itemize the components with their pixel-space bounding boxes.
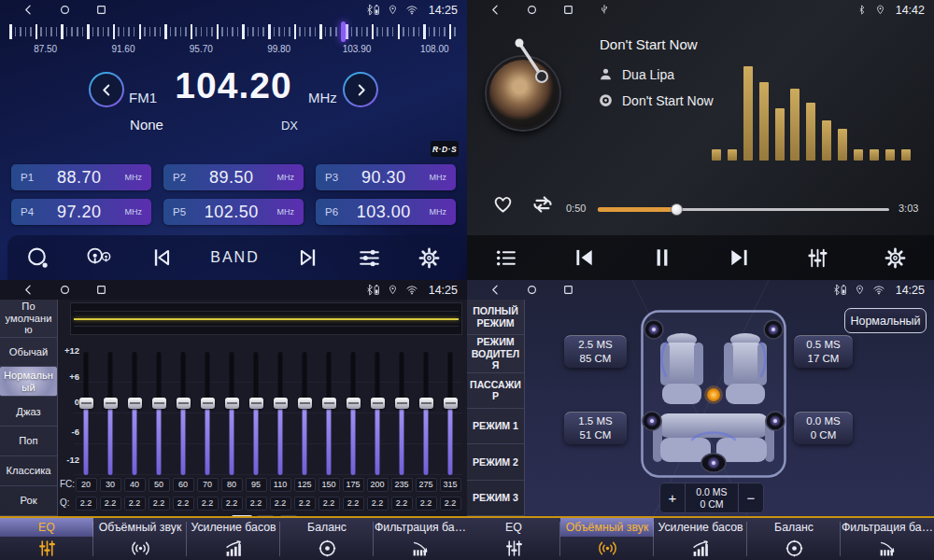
- eq-preset-item[interactable]: Рок: [0, 486, 57, 516]
- recents-icon[interactable]: [562, 4, 574, 16]
- pause-icon[interactable]: [650, 245, 674, 270]
- fc-value[interactable]: 20: [76, 478, 97, 492]
- eq-preset-item[interactable]: Классика: [0, 456, 57, 486]
- q-value[interactable]: 2.2: [318, 497, 340, 511]
- back-icon[interactable]: [22, 4, 35, 16]
- slider-handle[interactable]: [249, 398, 263, 409]
- recents-icon[interactable]: [95, 284, 107, 296]
- fc-value[interactable]: 175: [343, 478, 364, 492]
- eq-band-slider[interactable]: [244, 352, 268, 475]
- listening-mode-item[interactable]: РЕЖИМ 2: [467, 444, 524, 480]
- eq-band-slider[interactable]: [438, 352, 462, 475]
- fc-value[interactable]: 125: [294, 478, 316, 492]
- eq-band-slider[interactable]: [341, 352, 365, 475]
- preset-button[interactable]: P1 88.70 MHz: [11, 164, 151, 190]
- q-value[interactable]: 2.2: [440, 497, 461, 511]
- preset-button[interactable]: P4 97.20 MHz: [11, 199, 151, 225]
- next-track-icon[interactable]: [728, 245, 752, 270]
- fc-value[interactable]: 235: [391, 478, 413, 492]
- preset-button[interactable]: P5 102.50 MHz: [163, 199, 304, 225]
- tune-sliders-icon[interactable]: [358, 246, 381, 270]
- rear-right-delay-button[interactable]: 0.0 MS 0 CM: [794, 412, 853, 444]
- tuning-indicator[interactable]: [341, 21, 346, 42]
- back-icon[interactable]: [489, 284, 502, 296]
- slider-handle[interactable]: [395, 398, 409, 409]
- audio-tab[interactable]: Фильтрация ба…: [374, 518, 467, 560]
- fc-value[interactable]: 60: [173, 478, 194, 492]
- slider-handle[interactable]: [298, 398, 312, 409]
- slider-handle[interactable]: [322, 398, 336, 409]
- slider-handle[interactable]: [419, 398, 433, 409]
- rear-left-delay-button[interactable]: 1.5 MS 51 CM: [564, 412, 627, 444]
- audio-tab[interactable]: Баланс: [280, 518, 374, 560]
- eq-band-slider[interactable]: [195, 352, 219, 475]
- back-icon[interactable]: [22, 284, 35, 296]
- q-value[interactable]: 2.2: [149, 497, 170, 511]
- home-icon[interactable]: [526, 284, 538, 296]
- slider-handle[interactable]: [444, 398, 458, 409]
- audio-tab[interactable]: Объёмный звук: [93, 518, 187, 560]
- recents-icon[interactable]: [95, 4, 107, 16]
- progress-bar[interactable]: [598, 208, 889, 211]
- recents-icon[interactable]: [562, 284, 574, 296]
- home-icon[interactable]: [59, 4, 71, 16]
- eq-preset-item[interactable]: Нормальный: [0, 367, 57, 397]
- fc-value[interactable]: 315: [440, 478, 461, 492]
- home-icon[interactable]: [59, 284, 71, 296]
- audio-tab[interactable]: EQ: [0, 518, 93, 560]
- preset-button[interactable]: P3 90.30 MHz: [316, 164, 456, 190]
- audio-tab[interactable]: Баланс: [747, 518, 841, 560]
- audio-tab[interactable]: Фильтрация ба…: [841, 518, 934, 560]
- slider-handle[interactable]: [371, 398, 385, 409]
- fc-value[interactable]: 95: [246, 478, 267, 492]
- fc-value[interactable]: 110: [270, 478, 291, 492]
- fc-value[interactable]: 80: [221, 478, 243, 492]
- equalizer-icon[interactable]: [806, 246, 829, 270]
- eq-band-slider[interactable]: [219, 352, 244, 475]
- broadcast-icon[interactable]: [86, 245, 112, 270]
- audio-tab[interactable]: Усиление басов: [654, 518, 747, 560]
- seek-down-button[interactable]: [89, 72, 124, 107]
- eq-preset-item[interactable]: По умолчанию: [0, 300, 57, 338]
- gear-icon[interactable]: [417, 246, 441, 270]
- listening-mode-item[interactable]: ПАССАЖИР: [467, 373, 524, 409]
- fc-value[interactable]: 50: [149, 478, 170, 492]
- listening-mode-item[interactable]: ПОЛНЫЙ РЕЖИМ: [467, 300, 524, 335]
- slider-handle[interactable]: [201, 398, 215, 409]
- gear-icon[interactable]: [884, 246, 907, 270]
- preset-button[interactable]: P2 89.50 MHz: [163, 164, 304, 190]
- slider-handle[interactable]: [225, 398, 239, 409]
- slider-handle[interactable]: [79, 398, 93, 409]
- q-value[interactable]: 2.2: [124, 497, 146, 511]
- home-icon[interactable]: [526, 4, 538, 16]
- front-left-delay-button[interactable]: 2.5 MS 85 CM: [564, 335, 627, 368]
- q-value[interactable]: 2.2: [76, 497, 97, 511]
- q-value[interactable]: 2.2: [294, 497, 316, 511]
- fc-value[interactable]: 200: [367, 478, 389, 492]
- eq-band-slider[interactable]: [147, 352, 171, 475]
- fc-value[interactable]: 70: [197, 478, 219, 492]
- listening-mode-item[interactable]: РЕЖИМ 1: [467, 409, 524, 444]
- eq-band-slider[interactable]: [74, 352, 98, 475]
- fc-value[interactable]: 150: [318, 478, 340, 492]
- eq-preset-item[interactable]: Джаз: [0, 397, 57, 427]
- eq-preset-item[interactable]: Обычай: [0, 338, 57, 368]
- eq-band-slider[interactable]: [317, 352, 341, 475]
- audio-tab[interactable]: Объёмный звук: [560, 518, 654, 560]
- slider-handle[interactable]: [347, 398, 361, 409]
- subwoofer-minus-button[interactable]: −: [739, 483, 763, 512]
- eq-band-slider[interactable]: [268, 352, 292, 475]
- eq-band-slider[interactable]: [292, 352, 317, 475]
- q-value[interactable]: 2.2: [173, 497, 194, 511]
- q-value[interactable]: 2.2: [343, 497, 364, 511]
- previous-station-icon[interactable]: [149, 245, 174, 270]
- q-value[interactable]: 2.2: [246, 497, 267, 511]
- q-value[interactable]: 2.2: [100, 497, 121, 511]
- subwoofer-plus-button[interactable]: +: [660, 483, 685, 512]
- q-value[interactable]: 2.2: [270, 497, 291, 511]
- q-value[interactable]: 2.2: [391, 497, 413, 511]
- scan-icon[interactable]: [26, 246, 50, 270]
- dx-mode-label[interactable]: DX: [271, 119, 308, 133]
- favorite-icon[interactable]: [491, 192, 515, 216]
- eq-band-slider[interactable]: [365, 352, 389, 475]
